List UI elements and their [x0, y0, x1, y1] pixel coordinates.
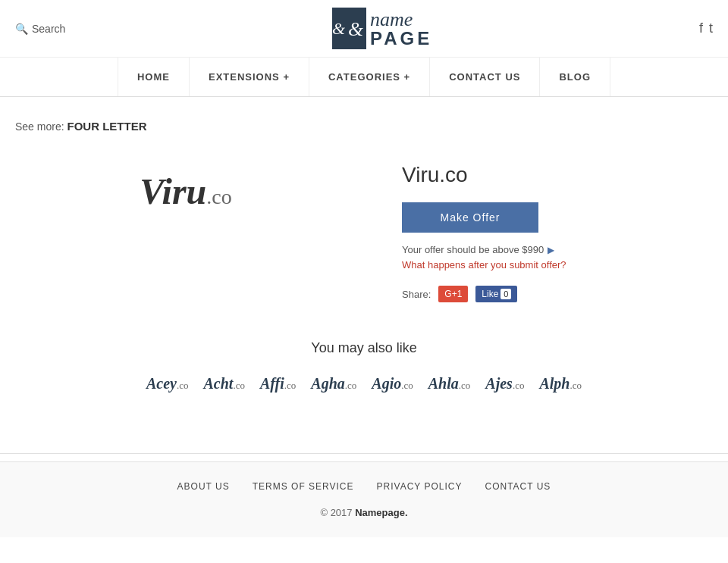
logo-icon-box: & — [332, 8, 366, 49]
footer-site-link[interactable]: Namepage. — [355, 507, 407, 518]
facebook-like-button[interactable]: Like 0 — [475, 286, 517, 302]
footer-links: ABOUT USTERMS OF SERVICEPRIVACY POLICYCO… — [15, 481, 713, 492]
offer-info: Your offer should be above $990 ▶ — [402, 244, 713, 255]
breadcrumb: See more: FOUR LETTER — [15, 120, 713, 133]
nav-categories[interactable]: CATEGORIES + — [309, 58, 430, 96]
domain-logo-area: Viru.co — [15, 155, 356, 227]
see-more-label: See more: — [15, 120, 64, 133]
social-icons: f t — [699, 20, 713, 36]
footer-link[interactable]: PRIVACY POLICY — [377, 481, 463, 492]
page-footer: ABOUT USTERMS OF SERVICEPRIVACY POLICYCO… — [0, 461, 728, 537]
domain-card[interactable]: Ahla.co — [428, 375, 471, 393]
page-header: 🔍 Search & name PAGE f t — [0, 0, 728, 58]
domain-card[interactable]: Ajes.co — [485, 375, 524, 393]
share-label: Share: — [402, 289, 431, 300]
domain-card[interactable]: Alph.co — [539, 375, 582, 393]
facebook-like-count: 0 — [500, 289, 511, 299]
logo-text: name PAGE — [370, 10, 432, 48]
offer-arrow-icon: ▶ — [548, 245, 554, 255]
footer-divider — [0, 453, 728, 454]
nav-home[interactable]: HOME — [118, 58, 190, 96]
main-content: See more: FOUR LETTER Viru.co Viru.co Ma… — [0, 97, 728, 446]
logo-page-text: PAGE — [370, 30, 432, 48]
logo-name-text: name — [370, 10, 432, 30]
logo[interactable]: & name PAGE — [332, 8, 432, 49]
also-like-section: You may also like Acey.coAcht.coAffi.coA… — [15, 340, 713, 393]
main-nav: HOME EXTENSIONS + CATEGORIES + CONTACT U… — [0, 58, 728, 97]
nav-contact[interactable]: CONTACT US — [430, 58, 540, 96]
nav-blog[interactable]: BLOG — [540, 58, 610, 96]
domain-title: Viru.co — [402, 163, 713, 187]
svg-text:&: & — [348, 17, 364, 39]
search-icon: 🔍 — [15, 23, 28, 35]
domain-card[interactable]: Affi.co — [260, 375, 296, 393]
facebook-icon[interactable]: f — [699, 20, 703, 36]
domain-card[interactable]: Agha.co — [311, 375, 356, 393]
logo-ampersand-icon: & — [345, 16, 366, 42]
twitter-icon[interactable]: t — [709, 20, 713, 36]
footer-link[interactable]: ABOUT US — [177, 481, 230, 492]
domain-card[interactable]: Acey.co — [146, 375, 189, 393]
what-happens-link[interactable]: What happens after you submit offer? — [402, 259, 713, 271]
search-area[interactable]: 🔍 Search — [15, 23, 65, 35]
nav-extensions[interactable]: EXTENSIONS + — [190, 58, 309, 96]
gplus-button[interactable]: G+1 — [438, 286, 468, 302]
domain-logo-text: Viru.co — [140, 170, 232, 212]
domain-info-panel: Viru.co Make Offer Your offer should be … — [402, 155, 713, 302]
footer-link[interactable]: TERMS OF SERVICE — [253, 481, 354, 492]
footer-copyright: © 2017 Namepage. — [15, 507, 713, 518]
domain-cards: Acey.coAcht.coAffi.coAgha.coAgio.coAhla.… — [15, 375, 713, 393]
share-row: Share: G+1 Like 0 — [402, 286, 713, 302]
footer-link[interactable]: CONTACT US — [485, 481, 551, 492]
make-offer-button[interactable]: Make Offer — [402, 202, 538, 233]
search-label: Search — [32, 23, 65, 35]
domain-card[interactable]: Acht.co — [204, 375, 245, 393]
domain-card[interactable]: Agio.co — [372, 375, 413, 393]
domain-section: Viru.co Viru.co Make Offer Your offer sh… — [15, 155, 713, 302]
also-like-title: You may also like — [15, 340, 713, 356]
breadcrumb-link[interactable]: FOUR LETTER — [67, 120, 146, 133]
